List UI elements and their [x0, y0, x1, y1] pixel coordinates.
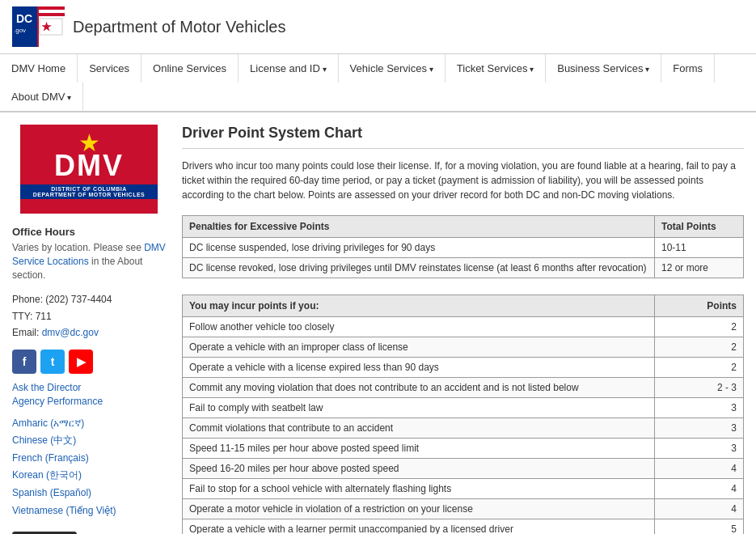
contact-info: Phone: (202) 737-4404 TTY: 711 Email: dm… [12, 291, 166, 341]
violation-points: 2 [655, 358, 744, 378]
svg-text:DC: DC [16, 12, 32, 25]
svg-rect-7 [39, 6, 65, 10]
lang-spanish[interactable]: Spanish (Español) [12, 485, 166, 502]
table-row: Fail to comply with seatbelt law 3 [183, 398, 744, 418]
violation-text: Operate a vehicle with an improper class… [183, 337, 655, 358]
svg-rect-8 [39, 10, 65, 13]
violation-points: 4 [655, 479, 744, 499]
points-value: 12 or more [655, 258, 744, 278]
main-layout: ★ DMV DISTRICT OF COLUMBIADEPARTMENT OF … [0, 112, 756, 534]
table-row: Operate a vehicle with a license expired… [183, 358, 744, 378]
youtube-icon[interactable]: ▶ [69, 350, 93, 374]
lang-korean[interactable]: Korean (한국어) [12, 467, 166, 485]
table-row: Operate a motor vehicle in violation of … [183, 499, 744, 519]
penalties-table: Penalties for Excessive Points Total Poi… [182, 215, 744, 278]
violation-text: Commit violations that contribute to an … [183, 418, 655, 439]
table-row: Commit violations that contribute to an … [183, 418, 744, 439]
site-title: Department of Motor Vehicles [73, 18, 285, 36]
table-row: Operate a vehicle with a learner permit … [183, 519, 744, 535]
violations-table: You may incur points if you: Points Foll… [182, 295, 744, 534]
table-row: Speed 11-15 miles per hour above posted … [183, 439, 744, 459]
violation-text: Speed 11-15 miles per hour above posted … [183, 439, 655, 459]
violation-text: Operate a vehicle with a license expired… [183, 358, 655, 378]
violation-points: 5 [655, 519, 744, 535]
logo-area: DC .gov ★ Department of Motor Vehicles [12, 6, 285, 47]
social-icons: f t ▶ [12, 350, 166, 374]
violation-points: 3 [655, 398, 744, 418]
violation-text: Speed 16-20 miles per hour above posted … [183, 459, 655, 479]
nav-item-services[interactable]: Services [78, 54, 141, 83]
table-row: Fail to stop for a school vehicle with a… [183, 479, 744, 499]
page-title: Driver Point System Chart [182, 125, 744, 149]
dmv-logo: ★ DMV DISTRICT OF COLUMBIADEPARTMENT OF … [20, 125, 158, 214]
violation-points: 2 - 3 [655, 378, 744, 398]
lang-amharic[interactable]: Amharic (አማርኛ) [12, 415, 166, 433]
nav-item-ticket-services[interactable]: Ticket Services [446, 54, 546, 83]
violation-points: 2 [655, 317, 744, 337]
email-info: Email: dmv@dc.gov [12, 324, 166, 341]
svg-text:.gov: .gov [14, 27, 26, 34]
table-row: Operate a vehicle with an improper class… [183, 337, 744, 358]
table-row: DC license revoked, lose driving privile… [183, 258, 744, 278]
main-content: Driver Point System Chart Drivers who in… [182, 125, 744, 534]
table-row: Follow another vehicle too closely 2 [183, 317, 744, 337]
nav-item-about-dmv[interactable]: About DMV [0, 83, 83, 111]
nav-item-vehicle-services[interactable]: Vehicle Services [339, 54, 446, 83]
violation-text: Operate a vehicle with a learner permit … [183, 519, 655, 535]
dc-subtitle: DISTRICT OF COLUMBIADEPARTMENT OF MOTOR … [20, 184, 158, 199]
table-row: Commit any moving violation that does no… [183, 378, 744, 398]
lang-french[interactable]: French (Français) [12, 450, 166, 468]
agency-performance-link[interactable]: Agency Performance [12, 396, 166, 407]
tty-number: TTY: 711 [12, 308, 166, 324]
violation-text: Commit any moving violation that does no… [183, 378, 655, 398]
twitter-icon[interactable]: t [40, 350, 65, 374]
violation-text: Follow another vehicle too closely [183, 317, 655, 337]
svg-text:★: ★ [41, 20, 52, 33]
facebook-icon[interactable]: f [12, 350, 36, 374]
points-col-header: Points [655, 295, 744, 317]
violation-text: Fail to comply with seatbelt law [183, 398, 655, 418]
nav-item-business-services[interactable]: Business Services [546, 54, 661, 83]
penalty-text: DC license revoked, lose driving privile… [183, 258, 655, 278]
phone-number: Phone: (202) 737-4404 [12, 291, 166, 307]
table-row: DC license suspended, lose driving privi… [183, 238, 744, 258]
nav-item-dmv-home[interactable]: DMV Home [0, 54, 78, 83]
sidebar: ★ DMV DISTRICT OF COLUMBIADEPARTMENT OF … [12, 125, 166, 534]
languages-section: Amharic (አማርኛ) Chinese (中文) French (Fran… [12, 415, 166, 520]
lang-vietnamese[interactable]: Vietnamese (Tiếng Việt) [12, 502, 166, 520]
penalties-col-header: Penalties for Excessive Points [183, 216, 655, 238]
nav-item-online-services[interactable]: Online Services [141, 54, 239, 83]
office-hours-title: Office Hours [12, 226, 166, 238]
violation-text: Fail to stop for a school vehicle with a… [183, 479, 655, 499]
violations-col-header: You may incur points if you: [183, 295, 655, 317]
office-hours-text: Varies by location. Please see DMV Servi… [12, 241, 166, 282]
dmv-logo-wrapper: ★ DMV DISTRICT OF COLUMBIADEPARTMENT OF … [12, 125, 166, 216]
main-nav: DMV Home Services Online Services Licens… [0, 54, 756, 112]
points-value: 10-11 [655, 238, 744, 258]
nav-item-forms[interactable]: Forms [661, 54, 715, 83]
violation-points: 3 [655, 439, 744, 459]
office-hours-section: Office Hours Varies by location. Please … [12, 226, 166, 282]
svg-rect-9 [39, 13, 65, 16]
email-link[interactable]: dmv@dc.gov [42, 327, 99, 338]
ask-director-link[interactable]: Ask the Director [12, 382, 166, 393]
penalty-text: DC license suspended, lose driving privi… [183, 238, 655, 258]
violation-text: Operate a motor vehicle in violation of … [183, 499, 655, 519]
intro-paragraph: Drivers who incur too many points could … [182, 159, 744, 202]
sidebar-links: Ask the Director Agency Performance [12, 382, 166, 407]
lang-chinese[interactable]: Chinese (中文) [12, 432, 166, 450]
table-row: Speed 16-20 miles per hour above posted … [183, 459, 744, 479]
total-points-col-header: Total Points [655, 216, 744, 238]
dc-star-icon: ★ [78, 129, 100, 157]
dc-gov-logo: DC .gov ★ [12, 6, 65, 47]
violation-points: 4 [655, 459, 744, 479]
violation-points: 2 [655, 337, 744, 358]
violation-points: 3 [655, 418, 744, 439]
nav-item-license-id[interactable]: License and ID [239, 54, 339, 83]
violation-points: 4 [655, 499, 744, 519]
dmv-locations-link[interactable]: DMV Service Locations [12, 242, 166, 267]
page-header: DC .gov ★ Department of Motor Vehicles [0, 0, 756, 54]
